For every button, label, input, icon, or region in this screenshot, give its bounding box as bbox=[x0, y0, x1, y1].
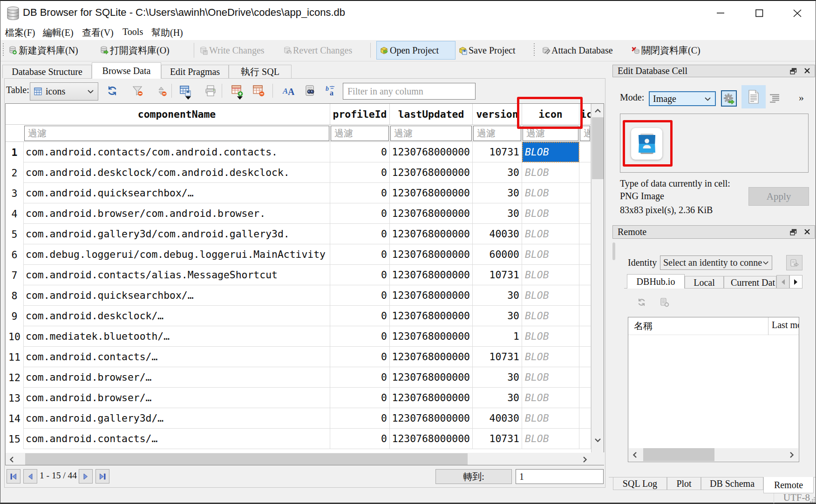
cell-version[interactable]: 30 bbox=[473, 306, 522, 326]
cell-componentName[interactable]: com.android.quicksearchbox/… bbox=[24, 183, 330, 203]
cell-partial[interactable] bbox=[579, 326, 591, 347]
cell-profileId[interactable]: 0 bbox=[330, 265, 390, 285]
cell-version[interactable]: 40030 bbox=[473, 224, 522, 244]
column-header-componentName[interactable]: componentName bbox=[24, 104, 330, 125]
new-database-button[interactable]: 新建資料庫(N) bbox=[5, 41, 81, 60]
scroll-left-icon[interactable] bbox=[632, 451, 637, 458]
cell-icon-blob[interactable]: BLOB bbox=[522, 244, 579, 265]
cell-version[interactable]: 10731 bbox=[473, 142, 522, 162]
save-project-button[interactable]: Save Project bbox=[456, 41, 518, 60]
remote-col-name[interactable]: 名稱 bbox=[634, 320, 653, 332]
cell-profileId[interactable]: 0 bbox=[330, 162, 390, 183]
cell-icon-blob[interactable]: BLOB bbox=[522, 326, 579, 347]
cell-componentName[interactable]: com.android.deskclock/com.android.deskcl… bbox=[24, 162, 330, 183]
cell-version[interactable]: 30 bbox=[473, 388, 522, 408]
cell-componentName[interactable]: com.debug.loggerui/com.debug.loggerui.Ma… bbox=[24, 244, 330, 265]
first-page-button[interactable] bbox=[7, 469, 20, 484]
minimize-button[interactable] bbox=[704, 1, 737, 26]
tab-db-schema[interactable]: DB Schema bbox=[701, 477, 763, 490]
goto-button[interactable]: 轉到: bbox=[435, 469, 512, 484]
cell-profileId[interactable]: 0 bbox=[330, 306, 390, 326]
tab-plot[interactable]: Plot bbox=[667, 477, 701, 490]
cell-componentName[interactable]: com.android.browser/… bbox=[24, 367, 330, 388]
resize-grip-icon[interactable] bbox=[810, 497, 816, 503]
close-database-button[interactable]: 關閉資料庫(C) bbox=[628, 41, 703, 60]
cell-partial[interactable] bbox=[579, 203, 591, 224]
tab-database-structure[interactable]: Database Structure bbox=[2, 65, 92, 78]
cell-icon-blob[interactable]: BLOB bbox=[522, 347, 579, 367]
tab-execute-sql[interactable]: 執行 SQL bbox=[229, 65, 292, 78]
float-panel-icon[interactable] bbox=[789, 228, 797, 236]
scroll-left-icon[interactable] bbox=[9, 456, 14, 463]
table-selector[interactable]: icons bbox=[30, 82, 98, 101]
font-settings-icon[interactable]: A A bbox=[282, 85, 294, 97]
open-database-button[interactable]: 打開資料庫(O) bbox=[96, 41, 172, 60]
scroll-up-icon[interactable] bbox=[594, 108, 601, 113]
close-button[interactable] bbox=[781, 1, 814, 26]
cell-partial[interactable] bbox=[579, 429, 591, 449]
remote-tab-current-database[interactable]: Current Dat bbox=[724, 276, 776, 289]
cell-lastUpdated[interactable]: 1230768000000 bbox=[390, 203, 473, 224]
cell-version[interactable]: 30 bbox=[473, 285, 522, 306]
cell-lastUpdated[interactable]: 1230768000000 bbox=[390, 244, 473, 265]
cell-componentName[interactable]: com.android.contacts/… bbox=[24, 429, 330, 449]
filter-input-lastUpdated[interactable]: 過濾 bbox=[390, 126, 472, 141]
text-mode-button[interactable] bbox=[741, 85, 766, 108]
cell-icon-blob[interactable]: BLOB bbox=[522, 203, 579, 224]
dock-splitter-handle[interactable] bbox=[612, 242, 615, 260]
cell-icon-blob[interactable]: BLOB bbox=[522, 183, 579, 203]
cell-profileId[interactable]: 0 bbox=[330, 367, 390, 388]
cell-profileId[interactable]: 0 bbox=[330, 285, 390, 306]
remote-tab-local[interactable]: Local bbox=[685, 276, 724, 289]
cell-icon-blob[interactable]: BLOB bbox=[522, 367, 579, 388]
cell-lastUpdated[interactable]: 1230768000000 bbox=[390, 285, 473, 306]
cell-icon-blob[interactable]: BLOB bbox=[522, 306, 579, 326]
freeze-columns-icon[interactable] bbox=[155, 85, 167, 97]
vertical-scroll-thumb[interactable] bbox=[592, 117, 604, 179]
cell-partial[interactable] bbox=[579, 367, 591, 388]
cell-partial[interactable] bbox=[579, 224, 591, 244]
cell-profileId[interactable]: 0 bbox=[330, 326, 390, 347]
refresh-icon[interactable] bbox=[106, 85, 118, 97]
row-number[interactable]: 12 bbox=[6, 367, 24, 388]
cell-version[interactable]: 30 bbox=[473, 183, 522, 203]
cell-profileId[interactable]: 0 bbox=[330, 224, 390, 244]
row-number[interactable]: 2 bbox=[6, 162, 24, 183]
cell-profileId[interactable]: 0 bbox=[330, 244, 390, 265]
cell-icon-blob[interactable]: BLOB bbox=[522, 429, 579, 449]
remote-horizontal-scrollbar[interactable] bbox=[629, 448, 798, 461]
tab-remote[interactable]: Remote bbox=[763, 477, 814, 493]
cell-icon-blob[interactable]: BLOB bbox=[522, 162, 579, 183]
toolbar-overflow-chevron[interactable]: » bbox=[799, 92, 803, 104]
encoding-icon[interactable]: b a bbox=[325, 85, 337, 97]
cell-componentName[interactable]: com.android.quicksearchbox/… bbox=[24, 285, 330, 306]
cell-profileId[interactable]: 0 bbox=[330, 347, 390, 367]
cell-icon-blob[interactable]: BLOB bbox=[522, 224, 579, 244]
cell-componentName[interactable]: com.android.gallery3d/com.android.galler… bbox=[24, 224, 330, 244]
cell-lastUpdated[interactable]: 1230768000000 bbox=[390, 367, 473, 388]
cell-partial[interactable] bbox=[579, 162, 591, 183]
cell-componentName[interactable]: com.android.browser/com.android.browser. bbox=[24, 203, 330, 224]
cell-lastUpdated[interactable]: 1230768000000 bbox=[390, 408, 473, 429]
cell-lastUpdated[interactable]: 1230768000000 bbox=[390, 388, 473, 408]
cell-lastUpdated[interactable]: 1230768000000 bbox=[390, 162, 473, 183]
cell-icon-blob[interactable]: BLOB bbox=[522, 265, 579, 285]
delete-record-icon[interactable] bbox=[252, 85, 265, 97]
cell-icon-blob[interactable]: BLOB bbox=[522, 388, 579, 408]
apply-button[interactable]: Apply bbox=[748, 187, 809, 206]
row-number[interactable]: 4 bbox=[6, 203, 24, 224]
tab-browse-data[interactable]: Browse Data bbox=[92, 62, 161, 79]
row-number[interactable]: 8 bbox=[6, 285, 24, 306]
remote-refresh-icon[interactable] bbox=[637, 297, 646, 307]
insert-record-icon[interactable] bbox=[231, 85, 243, 97]
row-number[interactable]: 10 bbox=[6, 326, 24, 347]
corner-header-cell[interactable] bbox=[6, 104, 24, 125]
cell-componentName[interactable]: com.android.deskclock/… bbox=[24, 306, 330, 326]
tab-sql-log[interactable]: SQL Log bbox=[613, 477, 667, 490]
column-header-profileId[interactable]: profileId bbox=[330, 104, 390, 125]
menu-file[interactable]: 檔案(F) bbox=[5, 27, 35, 39]
cell-partial[interactable] bbox=[579, 306, 591, 326]
float-panel-icon[interactable] bbox=[789, 67, 797, 75]
cell-version[interactable]: 30 bbox=[473, 203, 522, 224]
previous-page-button[interactable] bbox=[23, 469, 37, 484]
